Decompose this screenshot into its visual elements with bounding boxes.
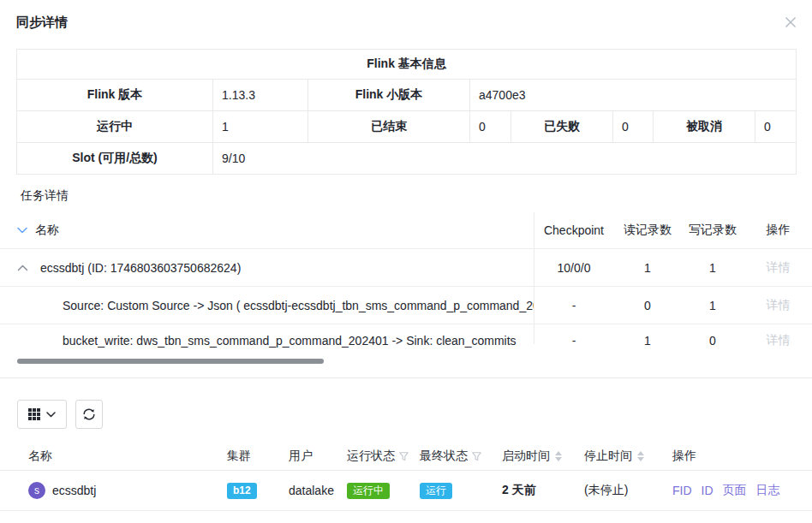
refresh-icon [82, 407, 96, 421]
column-settings-button[interactable] [17, 400, 67, 429]
job-stop-time: (未停止) [584, 483, 672, 498]
jobs-column-action: 操作 [672, 449, 812, 464]
running-label: 运行中 [17, 111, 213, 143]
jobs-column-run-status: 运行状态 [347, 449, 395, 464]
task-write-count: 1 [681, 261, 744, 275]
task-detail-link[interactable]: 详情 [767, 298, 791, 312]
filter-icon[interactable] [472, 452, 481, 461]
task-row: bucket_write: dws_tbn_sms_command_p_comm… [0, 324, 812, 357]
task-name: Source: Custom Source -> Json ( ecssdbtj… [63, 299, 534, 312]
jobs-column-cluster: 集群 [227, 449, 289, 464]
finished-label: 已结束 [308, 111, 470, 143]
cancelled-label: 被取消 [654, 111, 755, 143]
page-link[interactable]: 页面 [723, 483, 747, 498]
flink-info-table: Flink 基本信息 Flink 版本 1.13.3 Flink 小版本 a47… [16, 49, 797, 175]
section-divider [0, 377, 812, 378]
task-checkpoint: - [534, 299, 614, 312]
grid-icon [28, 408, 40, 420]
job-name: ecssdbtj [52, 484, 96, 497]
task-name: bucket_write: dws_tbn_sms_command_p_comm… [63, 334, 516, 348]
column-header-name: 名称 [35, 223, 59, 238]
task-details-table: 名称 Checkpoint 读记录数 写记录数 操作 ecssdbtj (ID:… [0, 212, 812, 366]
running-value: 1 [213, 111, 308, 143]
slot-value: 9/10 [213, 143, 797, 175]
task-row: ecssdbtj (ID: 1746803603750682624) 10/0/… [0, 249, 812, 287]
cancelled-value: 0 [755, 111, 797, 143]
job-start-time: 2 天前 [502, 483, 584, 498]
slot-label: Slot (可用/总数) [17, 143, 213, 175]
final-status-badge: 运行 [420, 483, 452, 499]
modal-header: 同步详情 [0, 0, 812, 45]
task-row: Source: Custom Source -> Json ( ecssdbtj… [0, 287, 812, 324]
chevron-down-icon [46, 412, 56, 418]
run-status-badge: 运行中 [347, 483, 390, 499]
failed-label: 已失败 [511, 111, 613, 143]
column-header-read-records: 读记录数 [614, 223, 681, 238]
sorter-icon[interactable] [637, 451, 644, 461]
job-user: datalake [289, 484, 347, 497]
expand-all-icon[interactable] [17, 227, 27, 234]
task-write-count: 0 [681, 334, 744, 348]
task-checkpoint: - [534, 334, 614, 348]
column-header-checkpoint: Checkpoint [534, 223, 614, 237]
horizontal-scrollbar-thumb[interactable] [17, 359, 324, 364]
jobs-table-header-row: 名称 集群 用户 运行状态 最终状态 启动时间 [0, 443, 812, 471]
jobs-column-final-status: 最终状态 [420, 449, 468, 464]
flink-version-label: Flink 版本 [17, 80, 213, 111]
failed-value: 0 [613, 111, 654, 143]
flink-minor-version-value: a4700e3 [470, 80, 797, 111]
task-read-count: 1 [614, 334, 681, 348]
task-write-count: 1 [681, 299, 744, 312]
jobs-column-stop-time: 停止时间 [584, 449, 632, 464]
jobs-column-name: 名称 [17, 449, 227, 464]
task-detail-link[interactable]: 详情 [767, 333, 791, 347]
jobs-column-start-time: 启动时间 [502, 449, 550, 464]
jobs-table: 名称 集群 用户 运行状态 最终状态 启动时间 [0, 443, 812, 511]
task-details-section-title: 任务详情 [21, 187, 812, 204]
task-read-count: 0 [614, 299, 681, 312]
fid-link[interactable]: FID [672, 484, 692, 497]
task-detail-link[interactable]: 详情 [767, 260, 791, 274]
sorter-icon[interactable] [555, 451, 562, 461]
jobs-column-user: 用户 [289, 449, 347, 464]
task-checkpoint: 10/0/0 [534, 261, 614, 275]
column-header-write-records: 写记录数 [681, 223, 744, 238]
collapse-row-icon[interactable] [17, 264, 28, 271]
refresh-button[interactable] [75, 400, 103, 429]
close-icon[interactable] [785, 16, 797, 28]
fixed-column-divider [534, 212, 534, 344]
job-row: s ecssdbtj b12 datalake 运行中 运行 2 天前 (未停止… [0, 471, 812, 511]
sync-details-modal: 同步详情 Flink 基本信息 Flink 版本 1.13.3 Flink 小版… [0, 0, 812, 511]
log-link[interactable]: 日志 [756, 483, 780, 498]
task-name: ecssdbtj (ID: 1746803603750682624) [40, 261, 241, 275]
flink-version-value: 1.13.3 [213, 80, 308, 111]
table-toolbar [17, 400, 812, 429]
id-link[interactable]: ID [702, 484, 713, 497]
task-table-header-row: 名称 Checkpoint 读记录数 写记录数 操作 [0, 212, 812, 249]
filter-icon[interactable] [399, 452, 409, 461]
horizontal-scrollbar-track [17, 357, 812, 366]
flink-minor-version-label: Flink 小版本 [308, 80, 470, 111]
page-title: 同步详情 [16, 15, 68, 31]
cluster-badge: b12 [227, 483, 257, 499]
flink-info-title: Flink 基本信息 [17, 50, 797, 80]
column-header-action: 操作 [744, 223, 812, 238]
finished-value: 0 [470, 111, 511, 143]
task-read-count: 1 [614, 261, 681, 275]
avatar: s [28, 482, 45, 499]
